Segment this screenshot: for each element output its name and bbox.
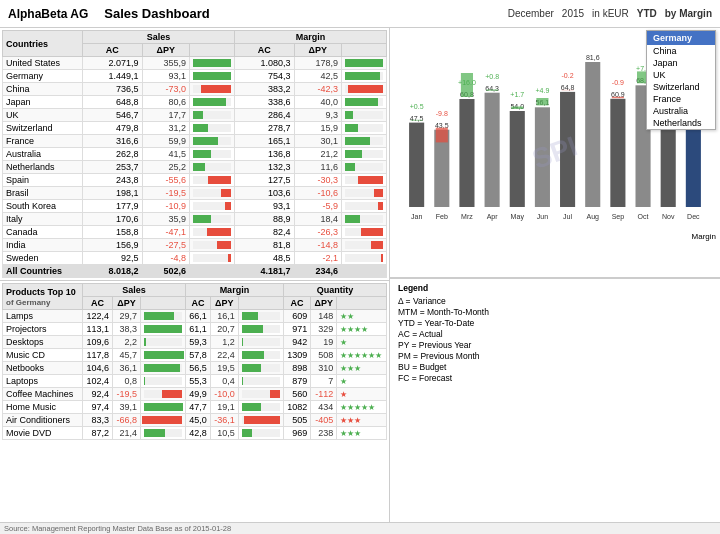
legend-items: Δ = VarianceMTM = Month-To-MonthYTD = Ye… — [398, 296, 712, 383]
s-ac-header: AC — [83, 44, 143, 57]
p-margin-group-header: Margin — [185, 284, 283, 297]
m-dpy-val: 9,3 — [294, 109, 342, 122]
delta-label: +1.7 — [510, 91, 524, 98]
product-name: Air Conditioners — [3, 414, 83, 427]
pq-dpy-val: 508 — [311, 349, 337, 362]
table-row: Australia 262,8 41,5 136,8 21,2 — [3, 148, 387, 161]
ps-ac-val: 87,2 — [83, 427, 113, 440]
table-row: UK 546,7 17,7 286,4 9,3 — [3, 109, 387, 122]
delta-label: -9.8 — [436, 110, 448, 117]
product-row: Laptops 102,4 0,8 55,3 0,4 879 7 ★ — [3, 375, 387, 388]
m-bar-header — [342, 44, 387, 57]
pq-dpy-val: 148 — [311, 310, 337, 323]
dropdown-item[interactable]: Australia — [647, 105, 715, 117]
s-bar-cell — [189, 57, 234, 70]
dropdown-item[interactable]: Switzerland — [647, 81, 715, 93]
pq-ac-val: 609 — [283, 310, 310, 323]
delta-label: +4.9 — [535, 87, 549, 94]
pm-ac-header: AC — [185, 297, 210, 310]
month-label: Jun — [537, 213, 548, 220]
country-name: UK — [3, 109, 83, 122]
table-row: United States 2.071,9 355,9 1.080,3 178,… — [3, 57, 387, 70]
legend-item: Δ = Variance — [398, 296, 712, 306]
dropdown-item[interactable]: Japan — [647, 57, 715, 69]
pm-dpy-val: -10,0 — [210, 388, 238, 401]
product-row: Netbooks 104,6 36,1 56,5 19,5 898 310 ★★… — [3, 362, 387, 375]
table-row: Switzerland 479,8 31,2 278,7 15,9 — [3, 122, 387, 135]
m-bar-cell — [342, 239, 387, 252]
bar-rect — [535, 107, 550, 207]
pm-dpy-val: 10,5 — [210, 427, 238, 440]
legend-area: Legend Δ = VarianceMTM = Month-To-MonthY… — [390, 278, 720, 534]
product-name: Movie DVD — [3, 427, 83, 440]
pq-stars-cell: ★ — [337, 375, 387, 388]
dropdown-selected[interactable]: Germany — [647, 31, 715, 45]
m-bar-cell — [342, 174, 387, 187]
total-m-dpy: 234,6 — [294, 265, 342, 278]
s-dpy-val: -27,5 — [142, 239, 189, 252]
m-ac-val: 132,3 — [234, 161, 294, 174]
s-dpy-val: 17,7 — [142, 109, 189, 122]
ps-ac-val: 117,8 — [83, 349, 113, 362]
countries-table: Countries Sales Margin AC ΔPY AC ΔPY U — [2, 30, 387, 278]
dropdown-item[interactable]: China — [647, 45, 715, 57]
ps-dpy-val: 45,7 — [113, 349, 141, 362]
s-dpy-val: -73,0 — [142, 83, 189, 96]
dropdown-item[interactable]: UK — [647, 69, 715, 81]
dropdown-item[interactable]: France — [647, 93, 715, 105]
product-row: Air Conditioners 83,3 -66,8 45,0 -36,1 5… — [3, 414, 387, 427]
countries-tfoot: All Countries 8.018,2 502,6 4.181,7 234,… — [3, 265, 387, 278]
ytd-label: YTD — [637, 8, 657, 19]
currency-label: in kEUR — [592, 8, 629, 19]
pq-stars-header — [337, 297, 387, 310]
s-bar-cell — [189, 83, 234, 96]
pm-ac-val: 57,8 — [185, 349, 210, 362]
s-ac-val: 170,6 — [83, 213, 143, 226]
ps-ac-val: 102,4 — [83, 375, 113, 388]
pm-ac-val: 45,0 — [185, 414, 210, 427]
bar-value: 43,5 — [435, 122, 449, 129]
pm-bar-cell — [238, 310, 283, 323]
country-name: Canada — [3, 226, 83, 239]
m-dpy-val: -42,3 — [294, 83, 342, 96]
ps-dpy-val: 38,3 — [113, 323, 141, 336]
pq-ac-val: 942 — [283, 336, 310, 349]
product-row: Movie DVD 87,2 21,4 42,8 10,5 969 238 ★★… — [3, 427, 387, 440]
country-dropdown[interactable]: Germany ChinaJapanUKSwitzerlandFranceAus… — [646, 30, 716, 130]
ps-dpy-val: 21,4 — [113, 427, 141, 440]
s-bar-cell — [189, 226, 234, 239]
total-m-bar — [342, 265, 387, 278]
table-row: Canada 158,8 -47,1 82,4 -26,3 — [3, 226, 387, 239]
sales-group-header: Sales — [83, 31, 235, 44]
m-ac-val: 88,9 — [234, 213, 294, 226]
pm-bar-cell — [238, 349, 283, 362]
ps-ac-val: 109,6 — [83, 336, 113, 349]
p-qty-group-header: Quantity — [283, 284, 386, 297]
bar-rect — [610, 99, 625, 207]
product-name: Projectors — [3, 323, 83, 336]
pq-ac-val: 879 — [283, 375, 310, 388]
s-dpy-val: -10,9 — [142, 200, 189, 213]
total-name: All Countries — [3, 265, 83, 278]
product-row: Home Music 97,4 39,1 47,7 19,1 1082 434 … — [3, 401, 387, 414]
m-dpy-header: ΔPY — [294, 44, 342, 57]
country-name: Switzerland — [3, 122, 83, 135]
margin-group-header: Margin — [234, 31, 386, 44]
m-dpy-val: 21,2 — [294, 148, 342, 161]
legend-item: YTD = Year-To-Date — [398, 318, 712, 328]
dropdown-items: ChinaJapanUKSwitzerlandFranceAustraliaNe… — [647, 45, 715, 129]
m-bar-cell — [342, 70, 387, 83]
legend-item: PM = Previous Month — [398, 351, 712, 361]
s-ac-val: 648,8 — [83, 96, 143, 109]
s-bar-cell — [189, 70, 234, 83]
ps-bar-cell — [140, 336, 185, 349]
pq-ac-val: 560 — [283, 388, 310, 401]
pm-bar-cell — [238, 336, 283, 349]
ps-dpy-val: 0,8 — [113, 375, 141, 388]
m-dpy-val: 30,1 — [294, 135, 342, 148]
pm-ac-val: 56,5 — [185, 362, 210, 375]
dropdown-item[interactable]: Netherlands — [647, 117, 715, 129]
pm-bar-cell — [238, 414, 283, 427]
ps-bar-cell — [140, 388, 185, 401]
m-ac-val: 136,8 — [234, 148, 294, 161]
